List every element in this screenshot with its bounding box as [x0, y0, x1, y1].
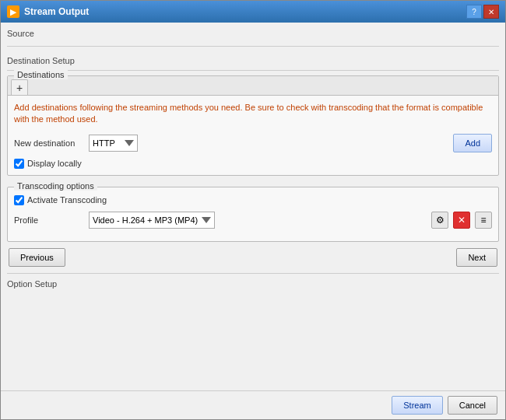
- tabs-row: +: [8, 76, 498, 96]
- window-title: Stream Output: [24, 6, 466, 17]
- destination-select-wrapper: HTTP RTSP RTMP UDP RTP File Display: [89, 135, 448, 152]
- display-locally-row: Display locally: [14, 159, 492, 169]
- titlebar: ▶ Stream Output ? ✕: [1, 1, 505, 23]
- profile-info-button[interactable]: ≡: [475, 212, 492, 229]
- info-text: Add destinations following the streaming…: [14, 102, 492, 126]
- option-setup-divider: [7, 273, 499, 274]
- new-destination-label: New destination: [14, 138, 84, 148]
- close-button[interactable]: ✕: [483, 5, 499, 19]
- nav-button-row: Previous Next: [7, 248, 499, 267]
- activate-transcoding-row: Activate Transcoding: [14, 195, 492, 205]
- settings-icon: ⚙: [436, 215, 445, 226]
- source-divider: [7, 46, 499, 47]
- profile-row: Profile Video - H.264 + MP3 (MP4) Video …: [14, 212, 492, 229]
- profile-label: Profile: [14, 215, 84, 225]
- plus-icon: +: [16, 82, 23, 94]
- activate-transcoding-label: Activate Transcoding: [27, 195, 107, 205]
- main-content: Source Destination Setup Destinations + …: [1, 23, 505, 390]
- new-destination-row: New destination HTTP RTSP RTMP UDP RTP F…: [14, 134, 492, 152]
- help-button[interactable]: ?: [466, 5, 482, 19]
- transcoding-group: Transcoding options Activate Transcoding…: [7, 187, 499, 242]
- destination-setup-divider: [7, 70, 499, 71]
- profile-settings-button[interactable]: ⚙: [431, 212, 448, 229]
- app-icon: ▶: [7, 5, 19, 18]
- destination-select[interactable]: HTTP RTSP RTMP UDP RTP File Display: [89, 135, 138, 152]
- profile-select-wrapper: Video - H.264 + MP3 (MP4) Video - H.265 …: [89, 212, 427, 229]
- stream-button[interactable]: Stream: [392, 396, 442, 415]
- profile-delete-button[interactable]: ✕: [453, 212, 470, 229]
- destination-setup-header: Destination Setup: [7, 54, 499, 67]
- activate-transcoding-checkbox[interactable]: [14, 195, 24, 205]
- previous-button[interactable]: Previous: [9, 248, 65, 267]
- window-controls: ? ✕: [466, 5, 499, 19]
- bottom-bar: Stream Cancel: [1, 390, 505, 419]
- next-button[interactable]: Next: [456, 248, 497, 267]
- add-tab-button[interactable]: +: [11, 79, 28, 95]
- add-button[interactable]: Add: [453, 134, 492, 152]
- display-locally-checkbox[interactable]: [14, 159, 24, 169]
- destinations-group-label: Destinations: [14, 70, 68, 79]
- cancel-button[interactable]: Cancel: [448, 396, 497, 415]
- delete-icon: ✕: [458, 215, 466, 226]
- source-section-header: Source: [7, 27, 499, 40]
- option-setup-label: Option Setup: [7, 277, 499, 291]
- main-window: ▶ Stream Output ? ✕ Source Destination S…: [0, 0, 506, 420]
- display-locally-label: Display locally: [27, 159, 82, 168]
- transcoding-group-label: Transcoding options: [14, 181, 97, 191]
- profile-select[interactable]: Video - H.264 + MP3 (MP4) Video - H.265 …: [89, 212, 215, 229]
- tab-content: Add destinations following the streaming…: [8, 96, 498, 175]
- info-icon: ≡: [480, 215, 486, 226]
